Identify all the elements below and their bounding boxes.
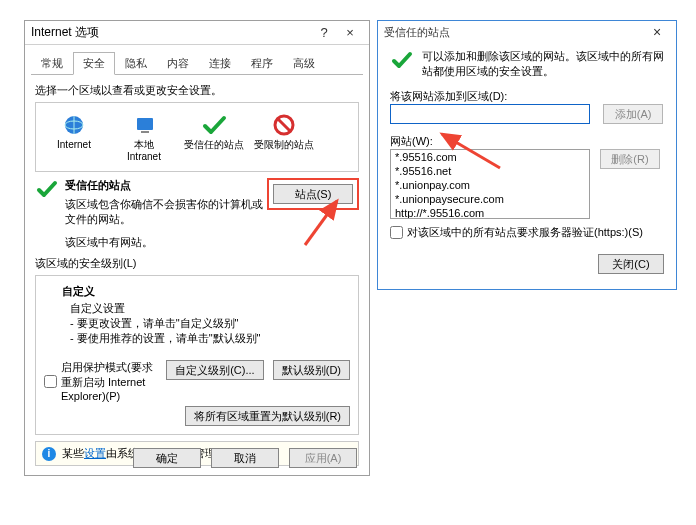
custom-level-button[interactable]: 自定义级别(C)... <box>166 360 263 380</box>
apply-button[interactable]: 应用(A) <box>289 448 357 468</box>
custom-line-2: - 要更改设置，请单击"自定义级别" <box>70 316 350 331</box>
require-https-checkbox[interactable] <box>390 226 403 239</box>
trusted-check-icon <box>390 49 414 79</box>
dialog-body: 选择一个区域以查看或更改安全设置。 Internet 本地 Intranet 受… <box>25 75 369 472</box>
sites-button[interactable]: 站点(S) <box>273 184 353 204</box>
add-site-input[interactable] <box>390 104 590 124</box>
default-level-button[interactable]: 默认级别(D) <box>273 360 350 380</box>
custom-heading: 自定义 <box>62 284 350 299</box>
cancel-button[interactable]: 取消 <box>211 448 279 468</box>
enable-protected-mode-label: 启用保护模式(要求重新启动 Internet Explorer)(P) <box>61 360 156 402</box>
add-site-label: 将该网站添加到区域(D): <box>390 89 664 104</box>
tab-programs[interactable]: 程序 <box>241 52 283 75</box>
trusted-desc: 可以添加和删除该区域的网站。该区域中的所有网站都使用区域的安全设置。 <box>422 49 664 79</box>
zone-local-intranet[interactable]: 本地 Intranet <box>112 113 176 163</box>
zone-group: Internet 本地 Intranet 受信任的站点 受限制的站点 <box>35 102 359 172</box>
trusted-desc: 该区域包含你确信不会损害你的计算机或文件的网站。 <box>65 197 267 227</box>
svg-rect-3 <box>137 118 153 130</box>
zone-restricted[interactable]: 受限制的站点 <box>252 113 316 163</box>
close-button[interactable]: × <box>337 25 363 40</box>
custom-line-1: 自定义设置 <box>70 301 350 316</box>
list-item[interactable]: *.95516.com <box>391 150 589 164</box>
zone-internet-label: Internet <box>42 139 106 151</box>
tab-advanced[interactable]: 高级 <box>283 52 325 75</box>
list-item[interactable]: *.unionpay.com <box>391 178 589 192</box>
tab-strip: 常规 安全 隐私 内容 连接 程序 高级 <box>31 51 363 75</box>
close-button[interactable]: × <box>644 24 670 40</box>
list-item[interactable]: *.unionpaysecure.com <box>391 192 589 206</box>
trusted-heading: 受信任的站点 <box>65 178 267 193</box>
custom-line-3: - 要使用推荐的设置，请单击"默认级别" <box>70 331 350 346</box>
zone-local-label: 本地 Intranet <box>112 139 176 163</box>
internet-options-dialog: Internet 选项 ? × 常规 安全 隐私 内容 连接 程序 高级 选择一… <box>24 20 370 476</box>
titlebar: 受信任的站点 × <box>378 21 676 43</box>
dialog-footer: 确定 取消 应用(A) <box>25 441 369 475</box>
sites-listbox[interactable]: *.95516.com *.95516.net *.unionpay.com *… <box>390 149 590 219</box>
svg-rect-4 <box>141 131 149 133</box>
tab-connections[interactable]: 连接 <box>199 52 241 75</box>
close-dialog-button[interactable]: 关闭(C) <box>598 254 664 274</box>
globe-icon <box>60 113 88 137</box>
trusted-note: 该区域中有网站。 <box>65 235 267 250</box>
tab-security[interactable]: 安全 <box>73 52 115 75</box>
computer-icon <box>130 113 158 137</box>
zone-trusted-label: 受信任的站点 <box>182 139 246 151</box>
ok-button[interactable]: 确定 <box>133 448 201 468</box>
add-button[interactable]: 添加(A) <box>603 104 663 124</box>
sites-button-highlight: 站点(S) <box>267 178 359 210</box>
tab-content[interactable]: 内容 <box>157 52 199 75</box>
svg-line-6 <box>277 118 291 132</box>
enable-protected-mode-checkbox[interactable] <box>44 375 57 388</box>
checkmark-icon <box>200 113 228 137</box>
delete-button[interactable]: 删除(R) <box>600 149 660 169</box>
zone-prompt: 选择一个区域以查看或更改安全设置。 <box>35 83 359 98</box>
dialog-title: Internet 选项 <box>31 24 311 41</box>
zone-internet[interactable]: Internet <box>42 113 106 163</box>
sites-list-label: 网站(W): <box>390 134 664 149</box>
dialog-title: 受信任的站点 <box>384 25 644 40</box>
list-item[interactable]: *.95516.net <box>391 164 589 178</box>
tab-general[interactable]: 常规 <box>31 52 73 75</box>
require-https-label: 对该区域中的所有站点要求服务器验证(https:)(S) <box>407 225 643 240</box>
reset-all-zones-button[interactable]: 将所有区域重置为默认级别(R) <box>185 406 350 426</box>
tab-privacy[interactable]: 隐私 <box>115 52 157 75</box>
security-level-label: 该区域的安全级别(L) <box>35 256 359 271</box>
help-button[interactable]: ? <box>311 25 337 40</box>
list-item[interactable]: http://*.95516.com <box>391 206 589 219</box>
trusted-sites-dialog: 受信任的站点 × 可以添加和删除该区域的网站。该区域中的所有网站都使用区域的安全… <box>377 20 677 290</box>
zone-restricted-label: 受限制的站点 <box>252 139 316 151</box>
prohibited-icon <box>270 113 298 137</box>
security-level-group: 自定义 自定义设置 - 要更改设置，请单击"自定义级别" - 要使用推荐的设置，… <box>35 275 359 435</box>
zone-trusted[interactable]: 受信任的站点 <box>182 113 246 163</box>
trusted-check-icon <box>35 178 59 250</box>
titlebar: Internet 选项 ? × <box>25 21 369 45</box>
